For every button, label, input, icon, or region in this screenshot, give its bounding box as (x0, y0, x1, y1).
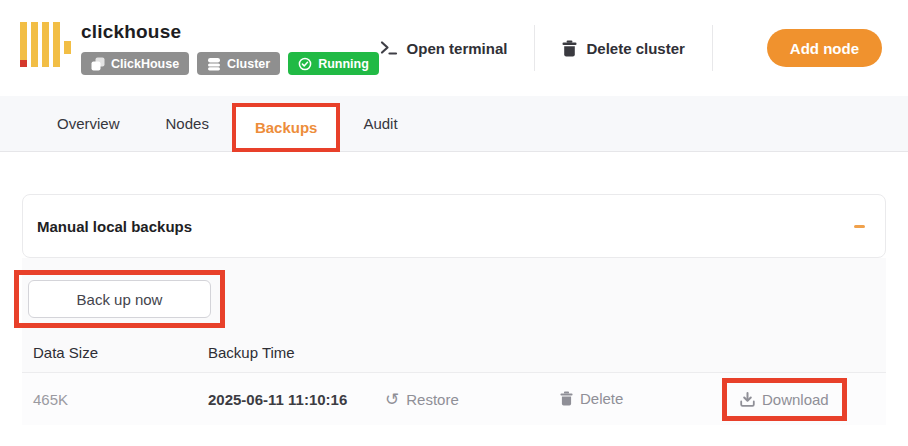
data-size-value: 465K (33, 391, 208, 408)
download-icon (740, 392, 755, 407)
manual-backups-panel: Manual local backups Back up now Data Si… (22, 194, 886, 425)
header-divider (712, 25, 713, 71)
backup-table-row: 465K 2025-06-11 11:10:16 ↺ Restore (22, 373, 886, 425)
delete-action[interactable]: Delete (560, 390, 623, 407)
clickhouse-logo-icon (20, 19, 72, 77)
annotation-box-download: Download (722, 378, 847, 421)
terminal-icon (380, 40, 398, 56)
cluster-title: clickhouse (81, 21, 379, 43)
column-header-data-size: Data Size (33, 344, 208, 361)
backup-time-value: 2025-06-11 11:10:16 (208, 391, 385, 408)
header-divider (534, 25, 535, 71)
annotation-box-backup-now: Back up now (14, 270, 225, 328)
tab-audit[interactable]: Audit (340, 96, 420, 151)
check-circle-icon (298, 57, 312, 71)
add-node-button[interactable]: Add node (767, 29, 882, 67)
clickhouse-type-badge: ClickHouse (81, 52, 189, 75)
backups-table-header: Data Size Backup Time (22, 332, 886, 372)
copies-icon (91, 57, 105, 71)
header-actions: Open terminal Delete cluster Add node (380, 25, 882, 71)
panel-title: Manual local backups (37, 218, 192, 235)
badge-label: Cluster (227, 57, 270, 71)
cluster-header: clickhouse ClickHouse (0, 0, 908, 96)
back-up-now-button[interactable]: Back up now (28, 280, 211, 318)
badge-label: Running (318, 57, 369, 71)
delete-cluster-label: Delete cluster (586, 40, 684, 57)
download-action[interactable]: Download (740, 391, 829, 408)
restore-label: Restore (406, 391, 459, 408)
column-header-backup-time: Backup Time (208, 344, 385, 361)
cluster-mode-badge: Cluster (197, 52, 280, 75)
open-terminal-button[interactable]: Open terminal (380, 40, 508, 57)
restore-icon: ↺ (385, 391, 399, 408)
tab-overview[interactable]: Overview (34, 96, 143, 151)
delete-cluster-button[interactable]: Delete cluster (562, 40, 684, 57)
manual-backups-panel-header[interactable]: Manual local backups (22, 194, 886, 258)
brand: clickhouse ClickHouse (20, 19, 379, 77)
badge-label: ClickHouse (111, 57, 179, 71)
restore-action[interactable]: ↺ Restore (385, 391, 459, 408)
delete-label: Delete (580, 390, 623, 407)
trash-icon (560, 391, 573, 406)
trash-icon (562, 40, 577, 57)
tab-bar: Overview Nodes Backups Audit (0, 96, 908, 152)
database-icon (207, 57, 221, 71)
tab-backups[interactable]: Backups (232, 103, 341, 152)
badges: ClickHouse Cluster (81, 52, 379, 75)
download-label: Download (762, 391, 829, 408)
title-block: clickhouse ClickHouse (81, 21, 379, 75)
manual-backups-panel-body: Back up now Data Size Backup Time 465K 2… (22, 258, 886, 425)
open-terminal-label: Open terminal (407, 40, 508, 57)
status-badge-running: Running (288, 52, 379, 75)
collapse-minus-icon[interactable] (854, 225, 865, 228)
tab-nodes[interactable]: Nodes (143, 96, 232, 151)
